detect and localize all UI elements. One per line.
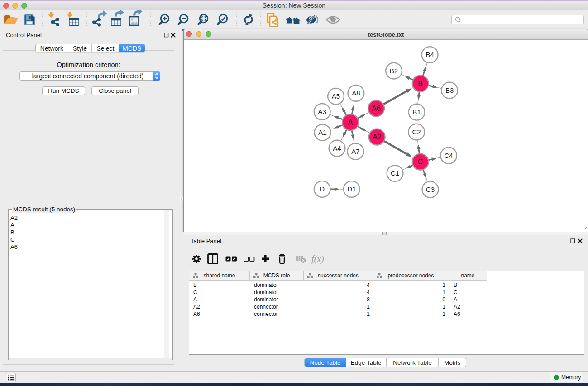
svg-text:D: D	[320, 185, 325, 193]
svg-text:A2: A2	[373, 133, 382, 141]
svg-text:A6: A6	[372, 105, 381, 112]
svg-text:B2: B2	[390, 67, 398, 75]
svg-text:A: A	[348, 119, 353, 126]
svg-text:B1: B1	[412, 108, 421, 116]
svg-text:A3: A3	[318, 108, 326, 115]
svg-text:A5: A5	[332, 92, 340, 100]
svg-text:C1: C1	[391, 169, 399, 177]
svg-text:B3: B3	[445, 86, 454, 94]
svg-text:f(x): f(x)	[311, 254, 324, 264]
svg-text:C3: C3	[426, 186, 435, 193]
svg-text:A1: A1	[318, 129, 326, 136]
svg-text:B4: B4	[425, 51, 434, 58]
svg-text:B: B	[418, 80, 423, 87]
svg-text:C: C	[418, 158, 423, 166]
svg-text:C2: C2	[412, 128, 421, 136]
svg-text:A4: A4	[333, 144, 341, 152]
svg-text:A8: A8	[352, 89, 360, 97]
svg-text:C4: C4	[445, 152, 453, 159]
svg-text:A7: A7	[351, 148, 359, 155]
svg-text:D1: D1	[347, 185, 356, 193]
